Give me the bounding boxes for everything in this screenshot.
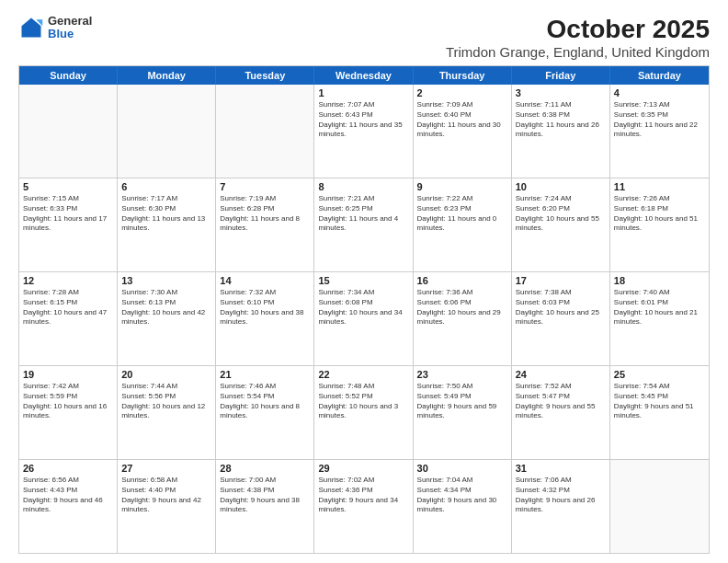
day-number: 1 bbox=[318, 87, 408, 98]
table-row: 27Sunrise: 6:58 AM Sunset: 4:40 PM Dayli… bbox=[118, 460, 216, 553]
day-number: 11 bbox=[614, 181, 705, 192]
day-number: 20 bbox=[121, 369, 211, 380]
day-number: 6 bbox=[121, 181, 211, 192]
table-row: 1Sunrise: 7:07 AM Sunset: 6:43 PM Daylig… bbox=[314, 85, 413, 178]
day-number: 12 bbox=[23, 275, 113, 286]
cell-info: Sunrise: 7:04 AM Sunset: 4:34 PM Dayligh… bbox=[417, 476, 507, 515]
calendar: Sunday Monday Tuesday Wednesday Thursday… bbox=[18, 65, 710, 554]
table-row: 7Sunrise: 7:19 AM Sunset: 6:28 PM Daylig… bbox=[216, 178, 314, 271]
cell-info: Sunrise: 7:34 AM Sunset: 6:08 PM Dayligh… bbox=[318, 288, 408, 327]
table-row: 8Sunrise: 7:21 AM Sunset: 6:25 PM Daylig… bbox=[314, 178, 413, 271]
day-number: 10 bbox=[516, 181, 606, 192]
table-row: 11Sunrise: 7:26 AM Sunset: 6:18 PM Dayli… bbox=[610, 178, 709, 271]
cell-info: Sunrise: 7:48 AM Sunset: 5:52 PM Dayligh… bbox=[318, 382, 408, 421]
cell-info: Sunrise: 7:28 AM Sunset: 6:15 PM Dayligh… bbox=[23, 288, 113, 327]
table-row: 17Sunrise: 7:38 AM Sunset: 6:03 PM Dayli… bbox=[512, 272, 610, 365]
cell-info: Sunrise: 7:13 AM Sunset: 6:35 PM Dayligh… bbox=[614, 100, 705, 140]
day-number: 2 bbox=[417, 87, 507, 98]
table-row: 24Sunrise: 7:52 AM Sunset: 5:47 PM Dayli… bbox=[512, 366, 610, 459]
day-number: 15 bbox=[318, 275, 408, 286]
table-row: 16Sunrise: 7:36 AM Sunset: 6:06 PM Dayli… bbox=[414, 272, 512, 365]
calendar-body: 1Sunrise: 7:07 AM Sunset: 6:43 PM Daylig… bbox=[19, 85, 709, 553]
day-number: 4 bbox=[614, 87, 705, 98]
table-row: 9Sunrise: 7:22 AM Sunset: 6:23 PM Daylig… bbox=[414, 178, 512, 271]
day-number: 27 bbox=[121, 463, 211, 474]
table-row bbox=[216, 85, 314, 178]
day-number: 13 bbox=[121, 275, 211, 286]
cell-info: Sunrise: 7:17 AM Sunset: 6:30 PM Dayligh… bbox=[121, 194, 211, 234]
cell-info: Sunrise: 7:54 AM Sunset: 5:45 PM Dayligh… bbox=[614, 382, 705, 421]
cell-info: Sunrise: 7:52 AM Sunset: 5:47 PM Dayligh… bbox=[516, 382, 606, 421]
table-row: 19Sunrise: 7:42 AM Sunset: 5:59 PM Dayli… bbox=[19, 366, 118, 459]
cell-info: Sunrise: 7:00 AM Sunset: 4:38 PM Dayligh… bbox=[220, 476, 310, 515]
calendar-subtitle: Trimdon Grange, England, United Kingdom bbox=[446, 44, 710, 60]
table-row: 13Sunrise: 7:30 AM Sunset: 6:13 PM Dayli… bbox=[118, 272, 216, 365]
calendar-header: Sunday Monday Tuesday Wednesday Thursday… bbox=[19, 66, 709, 85]
day-number: 28 bbox=[220, 463, 310, 474]
table-row: 10Sunrise: 7:24 AM Sunset: 6:20 PM Dayli… bbox=[512, 178, 610, 271]
table-row: 20Sunrise: 7:44 AM Sunset: 5:56 PM Dayli… bbox=[118, 366, 216, 459]
day-number: 30 bbox=[417, 463, 507, 474]
table-row: 22Sunrise: 7:48 AM Sunset: 5:52 PM Dayli… bbox=[314, 366, 413, 459]
cell-info: Sunrise: 7:26 AM Sunset: 6:18 PM Dayligh… bbox=[614, 194, 705, 234]
table-row: 2Sunrise: 7:09 AM Sunset: 6:40 PM Daylig… bbox=[414, 85, 512, 178]
cell-info: Sunrise: 7:30 AM Sunset: 6:13 PM Dayligh… bbox=[121, 288, 211, 327]
day-number: 7 bbox=[220, 181, 310, 192]
cell-info: Sunrise: 7:32 AM Sunset: 6:10 PM Dayligh… bbox=[220, 288, 310, 327]
cell-info: Sunrise: 7:50 AM Sunset: 5:49 PM Dayligh… bbox=[417, 382, 507, 421]
cell-info: Sunrise: 7:21 AM Sunset: 6:25 PM Dayligh… bbox=[318, 194, 408, 234]
day-number: 17 bbox=[516, 275, 606, 286]
cell-info: Sunrise: 7:46 AM Sunset: 5:54 PM Dayligh… bbox=[220, 382, 310, 421]
day-number: 5 bbox=[23, 181, 113, 192]
day-number: 14 bbox=[220, 275, 310, 286]
calendar-week-3: 12Sunrise: 7:28 AM Sunset: 6:15 PM Dayli… bbox=[19, 272, 709, 366]
logo-line1: General bbox=[48, 15, 92, 28]
day-number: 23 bbox=[417, 369, 507, 380]
page: General Blue October 2025 Trimdon Grange… bbox=[0, 0, 728, 563]
table-row: 4Sunrise: 7:13 AM Sunset: 6:35 PM Daylig… bbox=[610, 85, 709, 178]
cell-info: Sunrise: 7:06 AM Sunset: 4:32 PM Dayligh… bbox=[516, 476, 606, 515]
weekday-friday: Friday bbox=[512, 66, 610, 85]
table-row: 30Sunrise: 7:04 AM Sunset: 4:34 PM Dayli… bbox=[414, 460, 512, 553]
day-number: 8 bbox=[318, 181, 408, 192]
cell-info: Sunrise: 6:56 AM Sunset: 4:43 PM Dayligh… bbox=[23, 476, 113, 515]
table-row: 28Sunrise: 7:00 AM Sunset: 4:38 PM Dayli… bbox=[216, 460, 314, 553]
table-row: 21Sunrise: 7:46 AM Sunset: 5:54 PM Dayli… bbox=[216, 366, 314, 459]
calendar-week-1: 1Sunrise: 7:07 AM Sunset: 6:43 PM Daylig… bbox=[19, 85, 709, 178]
weekday-sunday: Sunday bbox=[19, 66, 118, 85]
cell-info: Sunrise: 7:19 AM Sunset: 6:28 PM Dayligh… bbox=[220, 194, 310, 234]
calendar-week-4: 19Sunrise: 7:42 AM Sunset: 5:59 PM Dayli… bbox=[19, 366, 709, 460]
table-row: 29Sunrise: 7:02 AM Sunset: 4:36 PM Dayli… bbox=[314, 460, 413, 553]
calendar-title: October 2025 bbox=[446, 15, 710, 44]
table-row: 23Sunrise: 7:50 AM Sunset: 5:49 PM Dayli… bbox=[414, 366, 512, 459]
cell-info: Sunrise: 7:38 AM Sunset: 6:03 PM Dayligh… bbox=[516, 288, 606, 327]
day-number: 31 bbox=[516, 463, 606, 474]
table-row bbox=[610, 460, 709, 553]
cell-info: Sunrise: 7:22 AM Sunset: 6:23 PM Dayligh… bbox=[417, 194, 507, 234]
cell-info: Sunrise: 7:02 AM Sunset: 4:36 PM Dayligh… bbox=[318, 476, 408, 515]
table-row bbox=[19, 85, 118, 178]
weekday-tuesday: Tuesday bbox=[216, 66, 314, 85]
day-number: 25 bbox=[614, 369, 705, 380]
cell-info: Sunrise: 7:07 AM Sunset: 6:43 PM Dayligh… bbox=[318, 100, 408, 140]
table-row: 14Sunrise: 7:32 AM Sunset: 6:10 PM Dayli… bbox=[216, 272, 314, 365]
title-block: October 2025 Trimdon Grange, England, Un… bbox=[446, 15, 710, 60]
cell-info: Sunrise: 7:44 AM Sunset: 5:56 PM Dayligh… bbox=[121, 382, 211, 421]
cell-info: Sunrise: 7:15 AM Sunset: 6:33 PM Dayligh… bbox=[23, 194, 113, 234]
calendar-week-5: 26Sunrise: 6:56 AM Sunset: 4:43 PM Dayli… bbox=[19, 460, 709, 553]
cell-info: Sunrise: 7:36 AM Sunset: 6:06 PM Dayligh… bbox=[417, 288, 507, 327]
table-row: 12Sunrise: 7:28 AM Sunset: 6:15 PM Dayli… bbox=[19, 272, 118, 365]
cell-info: Sunrise: 7:42 AM Sunset: 5:59 PM Dayligh… bbox=[23, 382, 113, 421]
day-number: 18 bbox=[614, 275, 705, 286]
cell-info: Sunrise: 7:11 AM Sunset: 6:38 PM Dayligh… bbox=[516, 100, 606, 140]
cell-info: Sunrise: 7:09 AM Sunset: 6:40 PM Dayligh… bbox=[417, 100, 507, 140]
cell-info: Sunrise: 6:58 AM Sunset: 4:40 PM Dayligh… bbox=[121, 476, 211, 515]
day-number: 16 bbox=[417, 275, 507, 286]
table-row: 18Sunrise: 7:40 AM Sunset: 6:01 PM Dayli… bbox=[610, 272, 709, 365]
table-row: 25Sunrise: 7:54 AM Sunset: 5:45 PM Dayli… bbox=[610, 366, 709, 459]
logo-text: General Blue bbox=[48, 15, 92, 41]
day-number: 26 bbox=[23, 463, 113, 474]
header: General Blue October 2025 Trimdon Grange… bbox=[18, 15, 710, 60]
table-row bbox=[118, 85, 216, 178]
weekday-saturday: Saturday bbox=[610, 66, 709, 85]
